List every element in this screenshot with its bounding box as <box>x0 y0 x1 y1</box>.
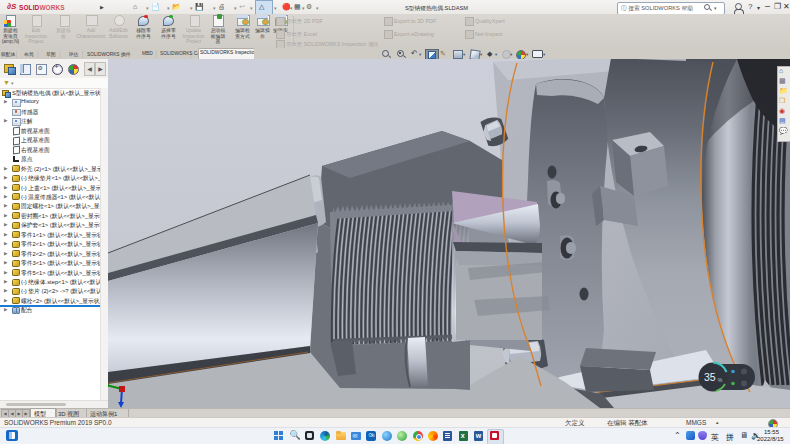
svg-text:%: % <box>718 377 723 383</box>
svg-text:35: 35 <box>704 371 716 383</box>
